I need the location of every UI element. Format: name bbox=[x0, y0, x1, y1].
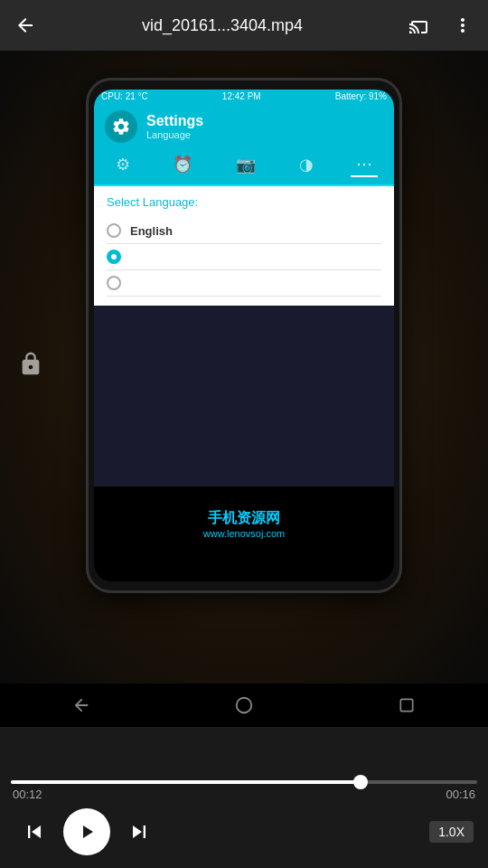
previous-button[interactable] bbox=[14, 812, 54, 852]
watermark-text: 手机资源网 bbox=[203, 509, 285, 528]
progress-container[interactable] bbox=[0, 773, 488, 786]
progress-fill bbox=[11, 780, 361, 784]
phone-screen: CPU: 21 °C 12:42 PM Battery: 91% Setting… bbox=[94, 90, 394, 581]
android-nav-bar bbox=[0, 684, 488, 727]
english-label: English bbox=[130, 224, 173, 238]
controls-area: 00:12 00:16 1.0X bbox=[0, 773, 488, 868]
android-recents-button[interactable] bbox=[387, 685, 427, 725]
settings-title: Settings bbox=[146, 113, 203, 129]
svg-point-0 bbox=[237, 698, 252, 713]
play-button[interactable] bbox=[63, 808, 110, 855]
progress-thumb[interactable] bbox=[353, 775, 368, 789]
total-time: 00:16 bbox=[446, 788, 475, 801]
android-home-button[interactable] bbox=[224, 685, 264, 725]
tab-more-icon[interactable]: ⋯ bbox=[351, 152, 378, 177]
back-button[interactable] bbox=[7, 7, 43, 43]
language-section: Select Language: English bbox=[94, 186, 394, 306]
settings-app-icon bbox=[105, 110, 137, 143]
tab-icons-row: ⚙ ⏰ 📷 ◑ ⋯ bbox=[94, 146, 394, 186]
top-bar: vid_20161...3404.mp4 bbox=[0, 0, 488, 51]
playback-row: 1.0X bbox=[0, 803, 488, 868]
watermark: 手机资源网 www.lenovsoj.com bbox=[203, 509, 285, 539]
radio-option3[interactable] bbox=[107, 276, 121, 290]
phone-status-bar: CPU: 21 °C 12:42 PM Battery: 91% bbox=[94, 90, 394, 103]
video-title: vid_20161...3404.mp4 bbox=[51, 16, 394, 35]
next-button[interactable] bbox=[119, 812, 159, 852]
time-row: 00:12 00:16 bbox=[0, 786, 488, 803]
select-language-label: Select Language: bbox=[107, 195, 381, 209]
progress-track[interactable] bbox=[11, 780, 477, 784]
language-option-english[interactable]: English bbox=[107, 218, 381, 244]
language-option-2[interactable] bbox=[107, 244, 381, 270]
radio-option2[interactable] bbox=[107, 250, 121, 264]
tab-settings-icon[interactable]: ⚙ bbox=[110, 153, 136, 176]
cpu-status: CPU: 21 °C bbox=[101, 91, 148, 101]
settings-header: Settings Language bbox=[94, 103, 394, 146]
tab-brightness-icon[interactable]: ◑ bbox=[294, 153, 319, 176]
phone-dark-area bbox=[94, 306, 394, 486]
radio-english[interactable] bbox=[107, 223, 121, 238]
tab-camera-icon[interactable]: 📷 bbox=[230, 153, 261, 176]
video-area[interactable]: CPU: 21 °C 12:42 PM Battery: 91% Setting… bbox=[0, 51, 488, 684]
svg-rect-1 bbox=[400, 699, 412, 711]
battery-status: Battery: 91% bbox=[335, 91, 387, 101]
settings-text: Settings Language bbox=[146, 113, 203, 140]
time-status: 12:42 PM bbox=[222, 91, 261, 101]
lock-icon[interactable] bbox=[18, 352, 43, 383]
speed-button[interactable]: 1.0X bbox=[429, 821, 474, 843]
language-option-3[interactable] bbox=[107, 270, 381, 297]
tab-clock-icon[interactable]: ⏰ bbox=[167, 153, 198, 176]
watermark-url: www.lenovsoj.com bbox=[203, 528, 285, 539]
android-back-button[interactable] bbox=[61, 685, 101, 725]
current-time: 00:12 bbox=[13, 788, 42, 801]
more-options-button[interactable] bbox=[445, 7, 481, 43]
cast-button[interactable] bbox=[401, 7, 437, 43]
settings-subtitle: Language bbox=[146, 129, 203, 140]
